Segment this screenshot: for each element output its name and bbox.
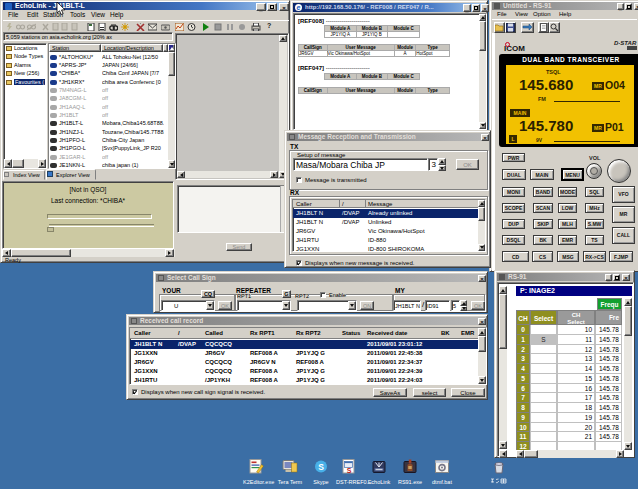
- svg-text:S: S: [347, 467, 352, 474]
- svg-text:S: S: [318, 462, 324, 472]
